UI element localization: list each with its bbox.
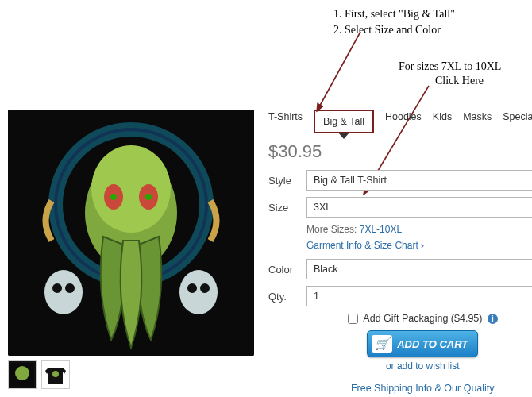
- more-sizes-link[interactable]: More Sizes: 7XL-10XL: [306, 224, 532, 235]
- product-artwork: [8, 110, 254, 356]
- category-tabs: T-Shirts Big & Tall Hoodies Kids Masks S…: [268, 110, 532, 133]
- svg-line-0: [317, 32, 360, 111]
- svg-point-6: [91, 145, 171, 233]
- label-style: Style: [268, 175, 306, 187]
- more-sizes-label: More Sizes:: [306, 224, 357, 235]
- product-main-image[interactable]: [8, 110, 254, 356]
- thumbnail-row: [8, 360, 254, 389]
- svg-point-15: [187, 283, 197, 293]
- product-options-panel: T-Shirts Big & Tall Hoodies Kids Masks S…: [254, 110, 532, 394]
- annotation-extra1: For sizes 7XL to 10XL: [399, 60, 501, 73]
- garment-info-link[interactable]: Garment Info & Size Chart ›: [306, 240, 532, 251]
- color-select[interactable]: Black: [306, 259, 532, 279]
- svg-point-18: [15, 366, 29, 380]
- info-icon[interactable]: i: [488, 314, 498, 324]
- product-image-column: [8, 110, 254, 394]
- product-price: $30.95: [268, 141, 532, 162]
- color-value: Black: [314, 264, 338, 275]
- label-qty: Qty.: [268, 291, 306, 303]
- annotation-step1: 1. First, select "Big & Tall": [333, 8, 455, 21]
- style-value: Big & Tall T-Shirt: [314, 175, 387, 186]
- thumbnail-2[interactable]: [41, 360, 70, 389]
- tab-tshirts[interactable]: T-Shirts: [268, 110, 303, 133]
- tab-masks[interactable]: Masks: [463, 110, 492, 133]
- thumbnail-1[interactable]: [8, 360, 37, 389]
- svg-point-10: [145, 194, 152, 200]
- cart-icon: 🛒: [372, 335, 392, 353]
- svg-point-14: [179, 270, 218, 314]
- svg-point-9: [110, 194, 117, 200]
- shipping-info-link[interactable]: Free Shipping Info & Our Quality: [268, 383, 532, 394]
- qty-select[interactable]: 1: [306, 286, 532, 306]
- add-to-cart-button[interactable]: 🛒 ADD TO CART: [367, 330, 478, 357]
- add-to-wishlist-link[interactable]: or add to wish list: [268, 360, 532, 372]
- tab-kids[interactable]: Kids: [433, 110, 452, 133]
- svg-point-13: [65, 283, 75, 293]
- gift-checkbox[interactable]: [348, 314, 358, 324]
- annotation-extra2: Click Here: [435, 75, 484, 87]
- size-select[interactable]: 3XL: [306, 197, 532, 218]
- gift-label: Add Gift Packaging: [363, 313, 448, 324]
- tab-big-and-tall[interactable]: Big & Tall: [314, 110, 374, 133]
- svg-point-16: [200, 283, 210, 293]
- svg-point-12: [52, 283, 62, 293]
- size-value: 3XL: [314, 202, 331, 213]
- tab-specialty[interactable]: Specialty: [503, 110, 532, 133]
- gift-price: ($4.95): [451, 313, 483, 324]
- label-color: Color: [268, 264, 306, 276]
- more-sizes-value: 7XL-10XL: [360, 224, 402, 235]
- gift-packaging-row: Add Gift Packaging ($4.95) i: [268, 313, 532, 324]
- label-size: Size: [268, 202, 306, 214]
- qty-value: 1: [314, 291, 319, 302]
- style-select[interactable]: Big & Tall T-Shirt: [306, 170, 532, 191]
- svg-point-11: [44, 270, 83, 314]
- tab-hoodies[interactable]: Hoodies: [385, 110, 422, 133]
- add-to-cart-label: ADD TO CART: [397, 338, 468, 350]
- annotation-step2: 2. Select Size and Color: [333, 24, 441, 37]
- svg-point-19: [52, 371, 59, 377]
